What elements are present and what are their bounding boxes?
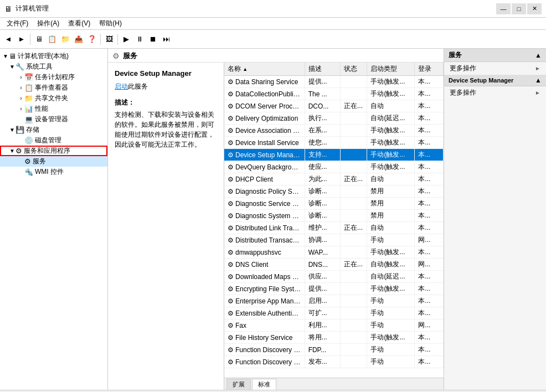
expand-root[interactable]: ▼ (2, 53, 9, 59)
menu-item-查看(V)[interactable]: 查看(V) (64, 18, 95, 29)
sidebar-item-services[interactable]: ⚙ 服务 (0, 156, 107, 167)
table-row[interactable]: ⚙DataCollectionPublishing...The ...手动(触发… (224, 88, 444, 100)
collapse-icon[interactable]: ▲ (535, 51, 542, 59)
dev-icon: 💻 (24, 115, 33, 123)
expand-event[interactable]: › (18, 85, 24, 91)
detail-title: Device Setup Manager (115, 69, 217, 78)
dev-label: 设备管理器 (35, 115, 68, 124)
perf-icon: 📊 (24, 105, 33, 113)
close-button[interactable]: ✕ (527, 3, 542, 14)
table-row[interactable]: ⚙Distributed Link Tracking...维护...正在...自… (224, 222, 444, 234)
toolbar-btn-3[interactable]: 📁 (59, 33, 71, 45)
svc-apps-icon: ⚙ (16, 147, 22, 155)
table-row[interactable]: ⚙Device Setup Manager支持...手动(触发...本... (224, 149, 444, 161)
sidebar-item-event-viewer[interactable]: › 📋 事件查看器 (0, 82, 107, 93)
detail-panel: Device Setup Manager 启动此服务 描述： 支持检测、下载和安… (108, 63, 224, 390)
start-service-link[interactable]: 启动 (115, 82, 128, 90)
play-button[interactable]: ▶ (120, 33, 132, 45)
minimize-button[interactable]: — (496, 3, 511, 14)
sidebar-item-shared-folders[interactable]: › 📁 共享文件夹 (0, 93, 107, 104)
toolbar-separator-3 (117, 34, 118, 45)
table-row[interactable]: ⚙Fax利用...手动网... (224, 319, 444, 332)
sidebar-item-root[interactable]: ▼ 🖥 计算机管理(本地) (0, 51, 107, 61)
table-row[interactable]: ⚙Extensible Authentication...可扩...手动本... (224, 307, 444, 319)
toolbar: ◄ ► 🖥 📋 📁 📤 ❓ 🖼 ▶ ⏸ ⏹ ⏭ (0, 30, 546, 49)
bottom-tabs: 扩展 标准 (224, 378, 444, 390)
col-header-name[interactable]: 名称 ▲ (224, 63, 305, 76)
menu-item-帮助(H)[interactable]: 帮助(H) (95, 18, 126, 29)
event-icon: 📋 (24, 84, 33, 92)
table-row[interactable]: ⚙dmwappushsvcWAP...手动(触发...本... (224, 246, 444, 259)
sidebar-item-wmi[interactable]: 🔩 WMI 控件 (0, 167, 107, 177)
table-row[interactable]: ⚙DHCP Client为此...正在...自动本... (224, 173, 444, 185)
pause-button[interactable]: ⏸ (133, 33, 146, 45)
toolbar-btn-5[interactable]: ❓ (86, 33, 98, 45)
table-row[interactable]: ⚙Encrypting File System (E...提供...手动(触发.… (224, 283, 444, 295)
sidebar-item-services-apps[interactable]: ▼ ⚙ 服务和应用程序 (0, 146, 107, 156)
table-row[interactable]: ⚙Device Association Service在系...手动(触发...… (224, 125, 444, 137)
maximize-button[interactable]: □ (512, 3, 526, 14)
table-row[interactable]: ⚙Diagnostic System Host诊断...禁用本... (224, 210, 444, 222)
expand-svc-apps[interactable]: ▼ (9, 148, 16, 154)
table-row[interactable]: ⚙File History Service将用...手动(触发...本... (224, 332, 444, 344)
window-title: 计算机管理 (16, 4, 49, 13)
status-bar (0, 390, 546, 392)
col-header-desc[interactable]: 描述 (305, 63, 340, 76)
expand-task[interactable]: › (18, 74, 24, 80)
sidebar-item-storage[interactable]: ▼ 💾 存储 (0, 125, 107, 135)
table-row[interactable]: ⚙DNS ClientDNS...正在...自动(触发...网... (224, 259, 444, 271)
toolbar-separator-1 (30, 34, 30, 45)
table-row[interactable]: ⚙DCOM Server Process La...DCO...正在...自动本… (224, 100, 444, 112)
menu-bar: 文件(F)操作(A)查看(V)帮助(H) (0, 18, 546, 30)
table-row[interactable]: ⚙Enterprise App Manage...启用...手动本... (224, 295, 444, 307)
table-row[interactable]: ⚙Downloaded Maps Man...供应...自动(延迟...本... (224, 271, 444, 283)
back-button[interactable]: ◄ (2, 33, 14, 45)
table-row[interactable]: ⚙Function Discovery Reso...发布...手动本... (224, 356, 444, 368)
table-row[interactable]: ⚙Delivery Optimization执行...自动(延迟...本... (224, 112, 444, 125)
menu-item-操作(A)[interactable]: 操作(A) (33, 18, 64, 29)
stop-button[interactable]: ⏹ (147, 33, 159, 45)
table-row[interactable]: ⚙Device Install Service使您...手动(触发...本... (224, 137, 444, 149)
system-tools-icon: 🔧 (16, 63, 24, 71)
right-section-title-dsm: Device Setup Manager ▲ (444, 75, 546, 86)
col-header-startup[interactable]: 启动类型 (367, 63, 415, 76)
tab-extend[interactable]: 扩展 (226, 379, 251, 390)
collapse-icon-2[interactable]: ▲ (535, 76, 542, 84)
forward-button[interactable]: ► (16, 33, 28, 45)
toolbar-btn-6[interactable]: 🖼 (103, 33, 115, 45)
sidebar-item-disk-management[interactable]: 💿 磁盘管理 (0, 135, 107, 146)
row-icon: ⚙ (228, 200, 234, 208)
services-table: 名称 ▲ 描述 状态 启动类型 登录 ⚙Data Sharing Service… (224, 63, 444, 368)
col-header-logon[interactable]: 登录 (415, 63, 444, 76)
row-icon: ⚙ (228, 90, 234, 98)
menu-item-文件(F)[interactable]: 文件(F) (2, 18, 33, 29)
row-icon: ⚙ (228, 285, 234, 293)
table-row[interactable]: ⚙Function Discovery Provi...FDP...手动本... (224, 344, 444, 356)
expand-storage[interactable]: ▼ (9, 127, 16, 133)
sidebar-item-system-tools[interactable]: ▼ 🔧 系统工具 (0, 61, 107, 72)
toolbar-btn-2[interactable]: 📋 (46, 33, 58, 45)
table-row[interactable]: ⚙Data Sharing Service提供...手动(触发...本... (224, 76, 444, 88)
right-item-more-actions-1[interactable]: 更多操作 ► (444, 62, 546, 75)
sidebar-item-device-manager[interactable]: 💻 设备管理器 (0, 114, 107, 125)
table-row[interactable]: ⚙Diagnostic Service Host诊断...禁用本... (224, 198, 444, 210)
expand-shared[interactable]: › (18, 95, 24, 101)
detail-description: 支持检测、下载和安装与设备相关的软件。如果此服务被禁用，则可能使用过期软件对设备… (115, 110, 217, 149)
sidebar-item-performance[interactable]: › 📊 性能 (0, 104, 107, 114)
col-header-status[interactable]: 状态 (341, 63, 367, 76)
toolbar-btn-1[interactable]: 🖥 (33, 33, 45, 45)
table-row[interactable]: ⚙Diagnostic Policy Service诊断...禁用本... (224, 185, 444, 198)
expand-perf[interactable]: › (18, 106, 24, 112)
storage-icon: 💾 (16, 126, 24, 134)
table-row[interactable]: ⚙Distributed Transaction C...协调...手动网... (224, 234, 444, 246)
restart-button[interactable]: ⏭ (160, 33, 172, 45)
expand-system-tools[interactable]: ▼ (9, 64, 16, 70)
wmi-label: WMI 控件 (35, 167, 64, 177)
sidebar-item-task-scheduler[interactable]: › 📅 任务计划程序 (0, 72, 107, 82)
table-row[interactable]: ⚙DevQuery Background D...使应...手动(触发...本.… (224, 161, 444, 173)
right-item-more-actions-2[interactable]: 更多操作 ► (444, 86, 546, 99)
tab-standard[interactable]: 标准 (252, 379, 276, 390)
row-icon: ⚙ (228, 224, 234, 232)
row-icon: ⚙ (228, 261, 234, 269)
toolbar-btn-4[interactable]: 📤 (73, 33, 85, 45)
